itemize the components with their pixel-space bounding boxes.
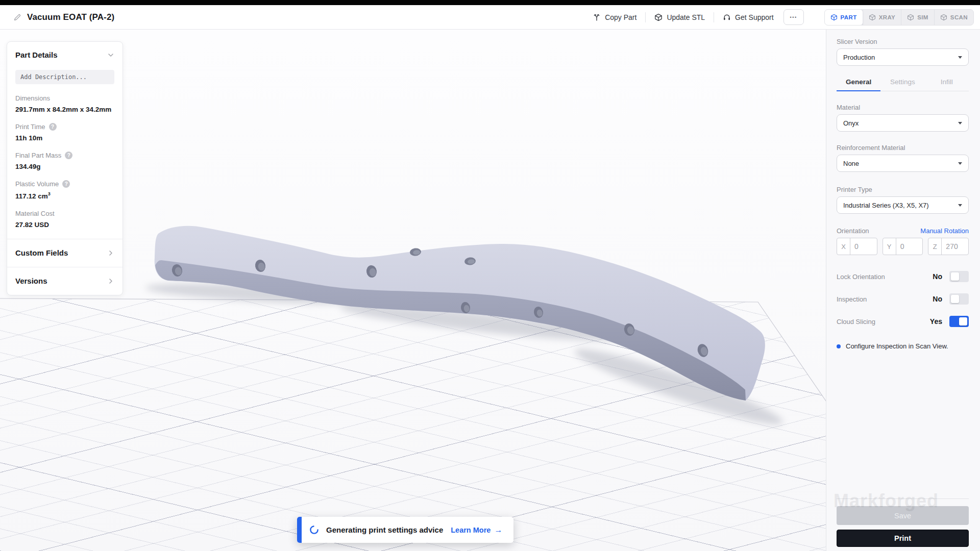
toast-message: Generating print settings advice [326, 525, 443, 534]
material-dropdown[interactable]: Onyx [837, 114, 969, 132]
cloud-slicing-toggle[interactable] [949, 316, 969, 327]
part-details-card: Part Details Add Description... Dimensio… [7, 41, 123, 295]
description-input[interactable]: Add Description... [15, 70, 114, 84]
inspection-note: Configure Inspection in Scan View. [837, 342, 969, 350]
field-plastic-volume: Plastic Volume ? 117.12 cm3 [15, 180, 114, 200]
caret-down-icon [958, 162, 962, 165]
ellipsis-icon: ••• [790, 15, 797, 20]
cube-icon [654, 13, 663, 21]
field-dimensions: Dimensions 291.7mm x 84.2mm x 34.2mm [15, 94, 114, 113]
cloud-slicing-row: Cloud Slicing Yes [837, 316, 969, 327]
headset-icon [723, 13, 731, 21]
tab-scan[interactable]: SCAN [934, 10, 973, 25]
orientation-label: Orientation [837, 227, 869, 235]
tab-infill[interactable]: Infill [925, 78, 969, 91]
edit-title-pencil-icon[interactable] [13, 13, 21, 21]
custom-fields-section[interactable]: Custom Fields [7, 239, 122, 267]
inspection-state: No [933, 295, 942, 303]
field-material-cost: Material Cost 27.82 USD [15, 210, 114, 229]
orientation-y-input[interactable]: Y 0 [883, 238, 923, 255]
tab-general[interactable]: General [837, 78, 880, 91]
get-support-button[interactable]: Get Support [723, 13, 774, 21]
save-button[interactable]: Save [837, 506, 969, 525]
help-icon[interactable]: ? [65, 152, 72, 159]
settings-tab-bar: General Settings Infill [837, 78, 969, 91]
tab-part[interactable]: PART [824, 9, 863, 26]
divider [714, 12, 714, 22]
chevron-down-icon[interactable] [107, 52, 114, 59]
tab-xray[interactable]: XRAY [863, 10, 901, 25]
view-mode-tabs: PART XRAY SIM SCAN [824, 9, 974, 26]
toast-accent-bar [297, 517, 302, 543]
printer-type-label: Printer Type [837, 186, 969, 193]
inspection-toggle[interactable] [949, 293, 969, 305]
part-details-title: Part Details [15, 51, 58, 59]
printer-type-dropdown[interactable]: Industrial Series (X3, X5, X7) [837, 196, 969, 214]
cube-icon [907, 14, 914, 21]
arrow-right-icon[interactable]: → [494, 525, 502, 535]
lock-orientation-toggle[interactable] [949, 271, 969, 282]
reinforcement-material-dropdown[interactable]: None [837, 155, 969, 172]
slicer-settings-panel: Slicer Version Production General Settin… [826, 30, 980, 551]
branch-icon [593, 13, 601, 21]
cube-icon [830, 14, 838, 21]
versions-section[interactable]: Versions [7, 267, 122, 295]
window-top-strip [0, 0, 980, 5]
cloud-slicing-state: Yes [930, 317, 942, 325]
bullet-icon [837, 344, 841, 348]
lock-orientation-state: No [933, 272, 942, 281]
help-icon[interactable]: ? [62, 180, 70, 188]
page-title: Vacuum EOAT (PA-2) [27, 12, 114, 22]
slicer-version-dropdown[interactable]: Production [837, 48, 969, 66]
spinner-icon [309, 525, 319, 535]
orientation-z-input[interactable]: Z 270 [928, 238, 969, 255]
caret-down-icon [958, 204, 962, 207]
slicer-version-label: Slicer Version [837, 38, 969, 45]
divider [645, 12, 646, 22]
field-print-time: Print Time ? 11h 10m [15, 123, 114, 142]
more-actions-button[interactable]: ••• [783, 9, 804, 25]
divider [837, 498, 969, 499]
field-final-part-mass: Final Part Mass ? 134.49g [15, 152, 114, 170]
help-icon[interactable]: ? [49, 123, 57, 131]
update-stl-button[interactable]: Update STL [654, 13, 705, 21]
cube-icon [940, 14, 947, 21]
material-label: Material [837, 104, 969, 111]
copy-part-button[interactable]: Copy Part [593, 13, 636, 21]
print-button[interactable]: Print [837, 530, 969, 547]
header-bar: Vacuum EOAT (PA-2) Copy Part Update STL … [0, 5, 980, 30]
chevron-right-icon [107, 249, 114, 257]
orientation-x-input[interactable]: X 0 [837, 238, 877, 255]
manual-rotation-link[interactable]: Manual Rotation [920, 227, 969, 235]
viewport-3d[interactable]: Part Details Add Description... Dimensio… [0, 30, 826, 551]
caret-down-icon [958, 56, 962, 59]
reinforcement-material-label: Reinforcement Material [837, 144, 969, 152]
tab-sim[interactable]: SIM [901, 10, 934, 25]
print-bed-grid [0, 30, 826, 551]
caret-down-icon [958, 122, 962, 124]
learn-more-link[interactable]: Learn More [451, 526, 491, 534]
chevron-right-icon [107, 278, 114, 285]
lock-orientation-row: Lock Orientation No [837, 271, 969, 282]
inspection-row: Inspection No [837, 293, 969, 305]
tab-settings[interactable]: Settings [880, 78, 924, 91]
print-advice-toast: Generating print settings advice Learn M… [297, 517, 513, 543]
cube-icon [869, 14, 876, 21]
